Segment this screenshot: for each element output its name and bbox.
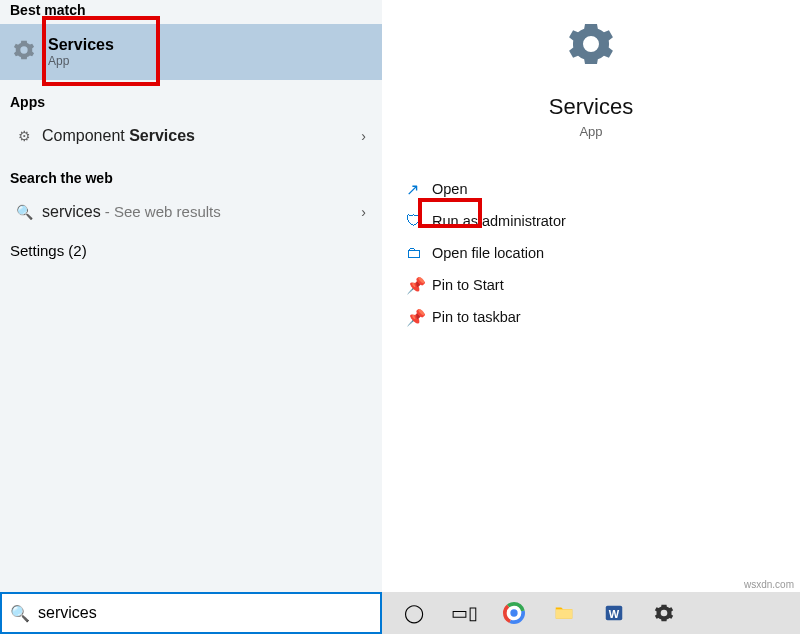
pin-to-taskbar-action[interactable]: 📌 Pin to taskbar bbox=[406, 301, 800, 333]
best-match-result[interactable]: Services App bbox=[0, 24, 382, 80]
component-services-icon: ⚙ bbox=[12, 128, 36, 144]
search-input[interactable] bbox=[38, 604, 380, 622]
taskbar: ◯ ▭▯ W bbox=[382, 592, 800, 634]
settings-icon[interactable] bbox=[650, 599, 678, 627]
svg-text:W: W bbox=[609, 608, 620, 620]
svg-point-4 bbox=[510, 609, 517, 616]
gear-icon bbox=[8, 39, 40, 65]
preview-pane: Services App ↗ Open 🛡 Run as administrat… bbox=[382, 0, 800, 592]
search-bar[interactable]: 🔍 bbox=[0, 592, 382, 634]
web-header: Search the web bbox=[10, 164, 372, 192]
best-match-header: Best match bbox=[0, 0, 382, 24]
run-as-admin-action[interactable]: 🛡 Run as administrator bbox=[406, 205, 800, 237]
pin-to-taskbar-label: Pin to taskbar bbox=[432, 309, 521, 325]
app-result-component-services[interactable]: ⚙ Component Services › bbox=[10, 116, 372, 156]
preview-title: Services bbox=[382, 94, 800, 120]
chrome-icon[interactable] bbox=[500, 599, 528, 627]
open-icon: ↗ bbox=[406, 180, 432, 199]
web-result[interactable]: 🔍 services - See web results › bbox=[10, 192, 372, 232]
result-title: Services bbox=[48, 36, 114, 54]
chevron-right-icon: › bbox=[361, 204, 366, 220]
pin-icon: 📌 bbox=[406, 276, 432, 295]
folder-icon: 🗀 bbox=[406, 244, 432, 262]
pin-to-start-label: Pin to Start bbox=[432, 277, 504, 293]
cortana-button[interactable]: ◯ bbox=[400, 599, 428, 627]
pin-icon: 📌 bbox=[406, 308, 432, 327]
chevron-right-icon: › bbox=[361, 128, 366, 144]
result-subtitle: App bbox=[48, 54, 114, 68]
open-file-location-action[interactable]: 🗀 Open file location bbox=[406, 237, 800, 269]
apps-header: Apps bbox=[10, 88, 372, 116]
open-label: Open bbox=[432, 181, 467, 197]
pin-to-start-action[interactable]: 📌 Pin to Start bbox=[406, 269, 800, 301]
web-result-label: services - See web results bbox=[42, 203, 361, 221]
app-result-label: Component Services bbox=[42, 127, 361, 145]
shield-icon: 🛡 bbox=[406, 212, 432, 230]
open-action[interactable]: ↗ Open bbox=[406, 173, 800, 205]
settings-results-header[interactable]: Settings (2) bbox=[0, 232, 382, 269]
open-file-location-label: Open file location bbox=[432, 245, 544, 261]
file-explorer-icon[interactable] bbox=[550, 599, 578, 627]
search-results-pane: Best match Services App Apps ⚙ Component… bbox=[0, 0, 382, 592]
watermark: wsxdn.com bbox=[744, 579, 794, 590]
word-icon[interactable]: W bbox=[600, 599, 628, 627]
gear-icon bbox=[382, 20, 800, 84]
task-view-button[interactable]: ▭▯ bbox=[450, 599, 478, 627]
preview-subtitle: App bbox=[382, 124, 800, 139]
search-icon: 🔍 bbox=[2, 604, 38, 623]
search-icon: 🔍 bbox=[12, 204, 36, 220]
run-as-admin-label: Run as administrator bbox=[432, 213, 566, 229]
